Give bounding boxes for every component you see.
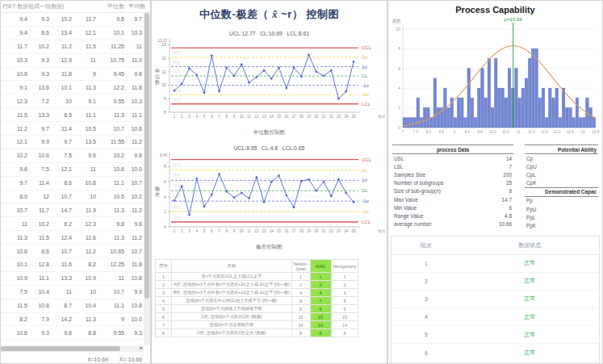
svg-text:组次: 组次 bbox=[378, 114, 386, 119]
status-row: 6正常 bbox=[392, 344, 599, 362]
table-cell: 14.2 bbox=[49, 316, 72, 322]
table-row: 9.67.512.11110.610.0 bbox=[1, 163, 150, 177]
table-row: 10.89.311.899.459.8 bbox=[1, 68, 150, 82]
table-cell: 11.2 bbox=[49, 44, 72, 49]
table-cell: 13.6 bbox=[27, 85, 49, 90]
rules-header: 准则 bbox=[172, 260, 292, 273]
scroll-right-arrow-icon[interactable]: ▸ bbox=[140, 345, 143, 351]
table-cell: 11.3 bbox=[72, 316, 96, 322]
table-cell: 10.7 bbox=[124, 249, 142, 254]
vertical-scrollbar-thumb[interactable] bbox=[144, 13, 149, 299]
capability-histogram: 1086420频数μ=10.6677.58.18.699.49.810.210.… bbox=[390, 15, 601, 142]
svg-text:频数: 频数 bbox=[392, 19, 402, 23]
table-cell: 10.9 bbox=[72, 275, 96, 281]
table-cell: 10.8 bbox=[72, 180, 96, 186]
process-data-row: Max Value14.7 bbox=[392, 195, 513, 203]
rules-row: 7连续的n个点交替地升降141414 bbox=[156, 321, 358, 329]
svg-text:1σ: 1σ bbox=[362, 65, 367, 69]
rules-cell: A区: 连续的n+1个点中有n个点落在+2σ之上或-2σ之下 (同一侧) bbox=[172, 281, 292, 289]
svg-text:位: 位 bbox=[155, 74, 160, 79]
data-table-body: 9.49.310.211.79.69.79.48.613.412.110.110… bbox=[1, 13, 150, 341]
table-cell: 11.8 bbox=[49, 71, 72, 77]
svg-text:22: 22 bbox=[329, 229, 334, 233]
process-data-label: Size of sub-group(n) bbox=[394, 188, 441, 194]
svg-text:12: 12 bbox=[161, 56, 166, 61]
table-cell: 10.6 bbox=[2, 249, 27, 254]
status-row: 2正常 bbox=[392, 272, 599, 290]
svg-text:10: 10 bbox=[240, 115, 245, 119]
svg-text:1σ: 1σ bbox=[362, 178, 367, 182]
table-cell: 11 bbox=[124, 44, 142, 49]
table-cell: 10.3 bbox=[124, 98, 142, 104]
svg-text:8.6: 8.6 bbox=[439, 130, 445, 134]
svg-text:CL: CL bbox=[362, 73, 368, 78]
capability-title: Process Capability bbox=[388, 5, 602, 15]
svg-text:2σ: 2σ bbox=[362, 168, 367, 173]
svg-text:中: 中 bbox=[155, 69, 160, 73]
table-row: 10.39.312.91110.7511.0 bbox=[1, 54, 150, 68]
rules-row: 8C区: 连续的n个点落在C区之外 (两侧)888 bbox=[156, 329, 358, 337]
table-cell: 11.2 bbox=[124, 139, 142, 144]
svg-text:14: 14 bbox=[270, 229, 274, 233]
rules-cell: 6 bbox=[291, 305, 310, 313]
range-chart-limits-label: UCL:8.95 CL:4.8 LCL:0.65 bbox=[152, 145, 387, 151]
table-cell: 11.3 bbox=[2, 235, 27, 241]
svg-text:8: 8 bbox=[225, 115, 228, 119]
horizontal-scrollbar-thumb[interactable] bbox=[1, 346, 120, 351]
svg-text:10: 10 bbox=[396, 27, 400, 31]
process-capability-panel: Process Capability 1086420频数μ=10.6677.58… bbox=[387, 0, 603, 364]
table-cell: 10.5 bbox=[72, 126, 96, 132]
table-row: 12.37.2109.19.5510.3 bbox=[1, 94, 150, 108]
table-cell: 12.1 bbox=[2, 139, 27, 144]
table-cell: 10.65 bbox=[96, 249, 124, 254]
data-table-header: 行8个数据组成一组数据) 中位数 平均数 bbox=[1, 1, 150, 13]
table-cell: 12.1 bbox=[49, 166, 72, 172]
svg-text:C区: C区 bbox=[174, 69, 182, 73]
table-cell: 11.6 bbox=[49, 261, 72, 267]
table-cell: 11.1 bbox=[96, 180, 124, 186]
rules-cell: 15 bbox=[310, 313, 331, 321]
ability-tables: Potential Ability CpCpUCpLCpK Demonstrat… bbox=[525, 144, 598, 230]
table-cell: 11.1 bbox=[96, 303, 124, 308]
table-cell: 10.2 bbox=[27, 44, 49, 49]
vertical-scrollbar[interactable] bbox=[144, 13, 150, 345]
process-data-value: 14.7 bbox=[502, 197, 512, 203]
svg-text:4: 4 bbox=[164, 195, 166, 199]
svg-text:11: 11 bbox=[517, 130, 521, 134]
svg-text:25: 25 bbox=[351, 115, 356, 119]
process-data-value: 14 bbox=[506, 156, 512, 161]
table-row: 10.911.113.310.91110.8 bbox=[1, 272, 150, 286]
svg-text:10.6: 10.6 bbox=[502, 130, 509, 134]
table-cell: 12.2 bbox=[96, 85, 124, 90]
table-cell: 13.5 bbox=[72, 139, 96, 144]
table-cell: 14.7 bbox=[49, 207, 72, 213]
grand-mean-value: X̄= 10.66 bbox=[119, 357, 142, 362]
horizontal-scrollbar[interactable]: ▸ bbox=[1, 345, 144, 352]
svg-text:CL: CL bbox=[362, 188, 368, 193]
table-cell: 10.0 bbox=[124, 166, 142, 172]
ability-index-label: CpL bbox=[525, 170, 598, 178]
table-cell: 9.6 bbox=[2, 166, 27, 172]
table-row: 1110.28.212.39.89.8 bbox=[1, 217, 150, 231]
table-row: 8.27.914.211.3910.0 bbox=[1, 313, 150, 327]
rules-cell: 1 bbox=[310, 273, 331, 281]
svg-text:13: 13 bbox=[262, 115, 266, 119]
table-cell: 10.7 bbox=[2, 207, 27, 213]
status-header: 数据状态 bbox=[461, 236, 599, 255]
svg-text:1: 1 bbox=[174, 115, 176, 119]
svg-text:13: 13 bbox=[161, 42, 166, 47]
rules-cell: 14 bbox=[310, 321, 331, 329]
process-data-value: 6 bbox=[509, 205, 512, 211]
table-cell: 9.8 bbox=[124, 153, 142, 158]
table-cell: 9.8 bbox=[49, 330, 72, 336]
rules-cell: 1 bbox=[291, 273, 310, 281]
table-cell: 7.2 bbox=[27, 98, 49, 104]
table-cell: 10.7 bbox=[49, 249, 72, 254]
svg-text:6: 6 bbox=[211, 115, 213, 119]
process-data-section: process Data USL14LSL7Samples Size200Num… bbox=[388, 144, 602, 230]
svg-text:25: 25 bbox=[351, 229, 356, 233]
table-cell: 9.7 bbox=[27, 126, 49, 132]
svg-text:C区: C区 bbox=[174, 183, 182, 188]
rules-cell: 8 bbox=[331, 297, 358, 305]
group-status-card: 组次数据状态1正常2正常3正常4正常5正常6正常7正常8正常 bbox=[391, 236, 600, 364]
